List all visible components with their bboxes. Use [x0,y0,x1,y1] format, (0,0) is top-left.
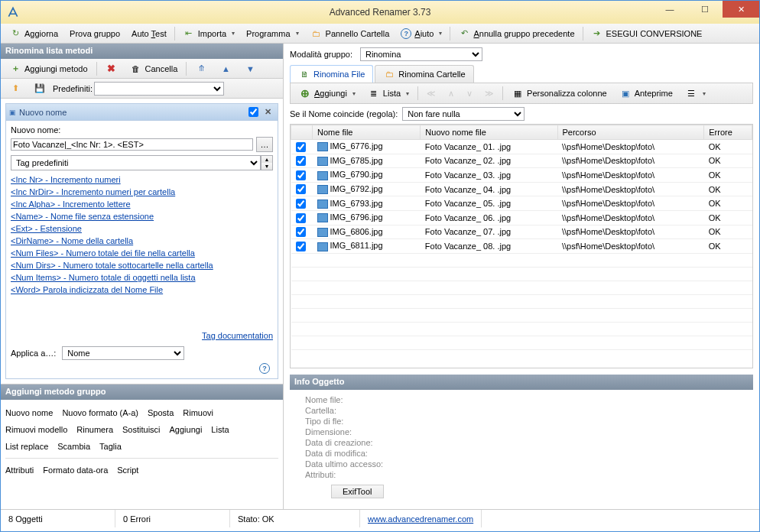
tag-link[interactable]: <Inc Alpha> - Incremento lettere [11,198,273,210]
row-checkbox[interactable] [296,156,306,166]
folder-panel-button[interactable]: 🗀Pannello Cartella [305,25,395,42]
apply-to-select[interactable]: Nome [62,346,184,360]
name-collision-select[interactable]: Non fare nulla [402,107,525,121]
group-method-link[interactable]: Rimuovi modello [5,425,67,434]
group-method-link[interactable]: Formato data-ora [43,466,108,475]
col-error[interactable]: Errore [704,125,752,140]
close-button[interactable]: ✕ [723,1,759,18]
delete-icon: ✖ [106,63,118,75]
status-state: Stato: OK [230,510,360,527]
list-menu[interactable]: ≣Lista [362,85,414,102]
load-preset-button[interactable]: ⬆ [4,80,27,97]
import-button[interactable]: ⇤Importa [177,25,240,42]
nav-next[interactable]: ∨ [461,86,478,101]
clear-methods-button[interactable]: 🗑Cancella [125,60,184,77]
thumbnails-button[interactable]: ▣Anteprime [614,85,678,102]
table-row[interactable]: IMG_6792.jpgFoto Vacanze_ 04. .jpg\\psf\… [291,182,752,196]
tag-doc-link[interactable]: Tag documentation [202,331,273,340]
menu-icon: ☰ [685,87,697,99]
save-preset-button[interactable]: 💾 [28,80,51,97]
auto-test-button[interactable]: Auto Test [126,27,172,41]
refresh-icon: ↻ [9,28,21,40]
collapse-toggle[interactable]: ▣ [9,109,16,116]
customize-columns-button[interactable]: ▦Personalizza colonne [506,85,612,102]
spin-up[interactable]: ▲ [261,156,272,163]
minimize-button[interactable]: — [652,1,687,18]
group-method-link[interactable]: Sostituisci [122,425,161,434]
nav-prev[interactable]: ∧ [443,86,460,101]
collapse-all-button[interactable]: ⤊ [190,60,213,77]
delete-method-button[interactable]: ✖ [100,60,123,77]
group-method-link[interactable]: Scambia [57,442,90,451]
help-menu[interactable]: ?Aiuto [395,26,447,41]
tag-link[interactable]: <Ext> - Estensione [11,222,273,235]
group-method-link[interactable]: Rinumera [76,425,113,434]
spin-down[interactable]: ▼ [261,163,272,170]
table-row[interactable]: IMG_6776.jpgFoto Vacanze_ 01. .jpg\\psf\… [291,140,752,154]
table-row[interactable]: IMG_6790.jpgFoto Vacanze_ 03. .jpg\\psf\… [291,168,752,183]
tag-link[interactable]: <Word> Parola indicizzata del Nome File [11,284,273,296]
batch-mode-select[interactable]: Rinomina [360,47,482,61]
method-close-button[interactable]: ✕ [261,107,274,117]
row-checkbox[interactable] [296,170,306,180]
tag-preset-select[interactable]: Tag predefiniti [11,155,261,170]
folder-icon: 🗀 [310,28,323,40]
test-group-button[interactable]: Prova gruppo [64,27,125,41]
add-method-button[interactable]: ＋Aggiungi metodo [4,60,93,77]
table-row[interactable]: IMG_6806.jpgFoto Vacanze_ 07. .jpg\\psf\… [291,225,752,239]
methods-toolbar: ＋Aggiungi metodo ✖ 🗑Cancella ⤊ ▲ ▼ [1,59,283,79]
tag-link[interactable]: <Num Dirs> - Numero totale sottocartelle… [11,259,273,271]
tag-link[interactable]: <Num Files> - Numero totale dei file nel… [11,247,273,259]
nav-last[interactable]: ≫ [479,86,499,101]
group-method-link[interactable]: Aggiungi [170,425,203,434]
col-path[interactable]: Percorso [557,125,704,140]
tab-rename-folders[interactable]: 🗀Rinomina Cartelle [375,65,473,83]
row-checkbox[interactable] [296,184,306,194]
nav-first[interactable]: ≪ [421,86,441,101]
newname-input[interactable] [11,138,253,151]
tag-link[interactable]: <Num Items> - Numero totale di oggetti n… [11,271,273,284]
method-enabled-checkbox[interactable] [248,107,258,117]
group-method-link[interactable]: Sposta [148,408,174,417]
maximize-button[interactable]: ☐ [687,1,723,18]
website-link[interactable]: www.advancedrenamer.com [368,514,473,524]
move-down-button[interactable]: ▼ [239,60,261,77]
refresh-button[interactable]: ↻Aggiorna [4,25,63,42]
col-newname[interactable]: Nuovo nome file [421,125,557,140]
insert-tag-button[interactable]: … [256,137,273,152]
group-method-link[interactable]: Lista [211,425,229,434]
row-checkbox[interactable] [296,213,306,223]
tag-link[interactable]: <Name> - Nome file senza estensione [11,210,273,222]
tag-link[interactable]: <DirName> - Nome della cartella [11,235,273,247]
row-checkbox[interactable] [296,227,306,237]
presets-select[interactable] [94,82,224,96]
group-method-link[interactable]: Rimuovi [183,408,213,417]
group-method-link[interactable]: Taglia [99,442,122,451]
add-files-button[interactable]: ⊕Aggiungi [294,85,361,102]
group-method-link[interactable]: Script [117,466,138,475]
view-options[interactable]: ☰ [680,85,711,102]
file-grid[interactable]: Nome file Nuovo nome file Percorso Error… [291,125,752,350]
col-filename[interactable]: Nome file [313,125,421,140]
exiftool-button[interactable]: ExifTool [331,485,384,498]
open-icon: ⬆ [9,83,21,95]
group-method-link[interactable]: Nuovo nome [5,408,53,417]
row-checkbox[interactable] [296,142,306,152]
table-row[interactable]: IMG_6796.jpgFoto Vacanze_ 06. .jpg\\psf\… [291,210,752,225]
start-batch-button[interactable]: ➔ESEGUI CONVERSIONE [586,25,708,42]
table-row[interactable]: IMG_6793.jpgFoto Vacanze_ 05. .jpg\\psf\… [291,196,752,211]
row-checkbox[interactable] [296,199,306,209]
move-up-button[interactable]: ▲ [214,60,237,77]
group-method-link[interactable]: Nuovo formato (A-a) [62,408,138,417]
group-method-link[interactable]: Attributi [5,466,34,475]
method-help-icon[interactable]: ? [259,363,270,374]
row-checkbox[interactable] [296,242,306,251]
group-method-link[interactable]: List replace [5,442,48,451]
undo-batch-button[interactable]: ↶Annulla gruppo precedente [453,25,580,42]
tag-link[interactable]: <Inc Nr> - Incremento numeri [11,174,273,186]
program-menu[interactable]: Programma [241,27,304,41]
tab-rename-files[interactable]: 🗎Rinomina File [290,65,373,83]
tag-link[interactable]: <Inc NrDir> - Incremento numeri per cart… [11,186,273,198]
table-row[interactable]: IMG_6785.jpgFoto Vacanze_ 02. .jpg\\psf\… [291,154,752,168]
table-row[interactable]: IMG_6811.jpgFoto Vacanze_ 08. .jpg\\psf\… [291,239,752,254]
